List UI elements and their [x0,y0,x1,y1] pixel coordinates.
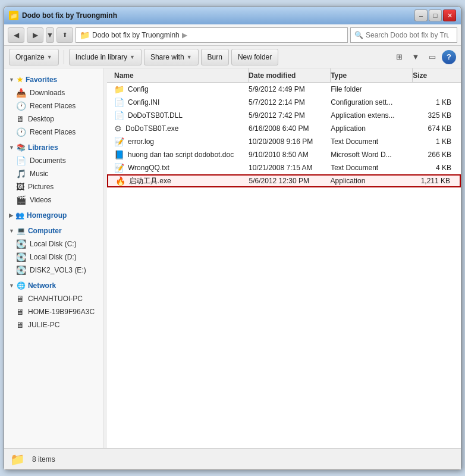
share-with-label: Share with [150,53,184,61]
file-type-icon: 📝 [114,137,124,146]
table-row[interactable]: 📝 WrongQQ.txt 10/21/2008 7:15 AM Text Do… [107,161,461,174]
sidebar-item-documents[interactable]: 📄 Documents [4,154,103,167]
share-with-button[interactable]: Share with ▼ [144,49,199,65]
homegroup-people-icon: 👥 [15,211,24,220]
address-path[interactable]: 📁 Dodo bot fix by Truongminh ▶ [76,27,348,43]
table-row[interactable]: 📝 error.log 10/20/2008 9:16 PM Text Docu… [107,135,461,148]
sidebar-item-recent-places-2[interactable]: 🕐 Recent Places [4,126,103,139]
file-date-cell: 10/21/2008 7:15 AM [249,164,331,172]
history-dropdown-button[interactable]: ▼ [46,27,54,43]
file-date-cell: 5/7/2012 2:14 PM [249,98,331,107]
help-button[interactable]: ? [442,50,456,64]
home-pc-icon: 🖥 [16,307,24,317]
status-bar: 📁 8 items [4,448,461,469]
forward-button[interactable]: ▶ [27,27,43,43]
sidebar-item-recent-places-1[interactable]: 🕐 Recent Places [4,99,103,112]
include-library-chevron-icon: ▼ [130,54,135,60]
sidebar-item-downloads-label: Downloads [30,89,65,97]
view-dropdown-button[interactable]: ▼ [409,50,423,64]
burn-button[interactable]: Burn [201,49,229,65]
file-type-cell: Text Document [331,164,413,172]
file-name-text: Config.INI [128,98,159,107]
sidebar-homegroup-header[interactable]: ▶ 👥 Homegroup [4,209,103,222]
sidebar-item-chanhtuoi-pc-label: CHANHTUOI-PC [28,295,83,303]
sidebar-item-downloads[interactable]: 📥 Downloads [4,86,103,99]
favorites-star-icon: ★ [17,76,23,84]
sidebar-computer-header[interactable]: ▼ 💻 Computer [4,224,103,237]
search-magnifier-icon: 🔍 [354,31,363,39]
table-row[interactable]: 📘 huong dan tao script dodobot.doc 9/10/… [107,148,461,161]
file-name-cell: 📄 DoDoTSB0T.DLL [109,111,249,120]
sidebar-item-videos[interactable]: 🎬 Videos [4,193,103,206]
sidebar: ▼ ★ Favorites 📥 Downloads 🕐 Recent Place… [4,68,104,448]
sidebar-libraries-section: ▼ 📚 Libraries 📄 Documents 🎵 Music 🖼 Pict… [4,141,103,206]
sidebar-item-disk2-vol3[interactable]: 💽 DISK2_VOL3 (E:) [4,264,103,277]
table-row[interactable]: 📄 DoDoTSB0T.DLL 5/9/2012 7:42 PM Applica… [107,109,461,122]
disk2-vol3-icon: 💽 [16,265,26,275]
file-list: 📁 Config 5/9/2012 4:49 PM File folder 📄 … [107,83,461,448]
sidebar-libraries-header[interactable]: ▼ 📚 Libraries [4,141,103,154]
search-box[interactable]: 🔍 [350,27,457,43]
sidebar-item-home-pc-label: HOME-19B9F96A3C [28,308,95,316]
file-date-cell: 5/6/2012 12:30 PM [249,177,331,185]
sidebar-item-local-disk-c[interactable]: 💽 Local Disk (C:) [4,237,103,250]
sidebar-item-chanhtuoi-pc[interactable]: 🖥 CHANHTUOI-PC [4,292,103,305]
file-type-icon: 📝 [114,163,124,173]
column-header-name[interactable]: Name [109,68,249,82]
maximize-button[interactable]: □ [429,10,442,21]
favorites-label: Favorites [26,76,57,84]
share-with-chevron-icon: ▼ [187,54,192,60]
window-title: Dodo bot fix by Truongminh [22,11,117,20]
sidebar-item-music[interactable]: 🎵 Music [4,167,103,180]
computer-label: Computer [28,227,62,235]
close-button[interactable]: ✕ [443,10,456,21]
file-name-cell: 📝 WrongQQ.txt [109,163,249,173]
file-name-cell: 📄 Config.INI [109,98,249,107]
column-header-type[interactable]: Type [331,68,413,82]
sidebar-network-section: ▼ 🌐 Network 🖥 CHANHTUOI-PC 🖥 HOME-19B9F9… [4,279,103,331]
downloads-folder-icon: 📥 [16,88,26,98]
preview-pane-button[interactable]: ▭ [425,50,439,64]
sidebar-item-desktop-label: Desktop [28,115,54,123]
music-icon: 🎵 [16,169,26,178]
recent-places-icon-2: 🕐 [16,127,26,137]
toolbar: Organize ▼ Include in library ▼ Share wi… [4,46,461,68]
local-disk-d-icon: 💽 [16,252,26,262]
libraries-arrow-icon: ▼ [9,145,14,151]
minimize-button[interactable]: – [414,10,428,21]
sidebar-network-header[interactable]: ▼ 🌐 Network [4,279,103,292]
sidebar-item-desktop[interactable]: 🖥 Desktop [4,112,103,126]
sidebar-item-julie-pc[interactable]: 🖥 JULIE-PC [4,318,103,331]
up-button[interactable]: ⬆ [56,27,73,43]
view-toggle-button[interactable]: ⊞ [392,50,406,64]
organize-button[interactable]: Organize ▼ [9,49,59,65]
table-row[interactable]: 📁 Config 5/9/2012 4:49 PM File folder [107,83,461,96]
sidebar-item-local-disk-d[interactable]: 💽 Local Disk (D:) [4,250,103,264]
table-row[interactable]: ⚙ DoDoTSB0T.exe 6/16/2008 6:40 PM Applic… [107,122,461,135]
table-row[interactable]: 🔥 启动工具.exe 5/6/2012 12:30 PM Application… [107,174,461,187]
sidebar-item-home-pc[interactable]: 🖥 HOME-19B9F96A3C [4,305,103,318]
file-name-cell: 📘 huong dan tao script dodobot.doc [109,150,249,159]
column-type-label: Type [331,71,347,80]
sidebar-homegroup-section: ▶ 👥 Homegroup [4,209,103,222]
file-date-cell: 6/16/2008 6:40 PM [249,124,331,133]
toolbar-separator-1 [64,50,64,64]
file-type-cell: Text Document [331,137,413,146]
sidebar-item-local-disk-c-label: Local Disk (C:) [30,240,77,248]
file-size-cell: 1,211 KB [412,177,457,185]
back-button[interactable]: ◀ [8,27,24,43]
file-type-icon: 🔥 [115,176,125,186]
include-library-button[interactable]: Include in library ▼ [69,49,142,65]
file-type-cell: Application [331,177,412,185]
search-input[interactable] [366,31,449,39]
sidebar-favorites-header[interactable]: ▼ ★ Favorites [4,73,103,86]
new-folder-button[interactable]: New folder [231,49,278,65]
julie-pc-icon: 🖥 [16,320,24,330]
column-header-date[interactable]: Date modified [249,68,331,82]
table-row[interactable]: 📄 Config.INI 5/7/2012 2:14 PM Configurat… [107,96,461,109]
status-items-count: 8 items [32,455,55,464]
sidebar-item-pictures[interactable]: 🖼 Pictures [4,180,103,193]
file-size-cell: 325 KB [413,111,458,120]
sidebar-computer-section: ▼ 💻 Computer 💽 Local Disk (C:) 💽 Local D… [4,224,103,277]
column-header-size[interactable]: Size [413,68,458,82]
